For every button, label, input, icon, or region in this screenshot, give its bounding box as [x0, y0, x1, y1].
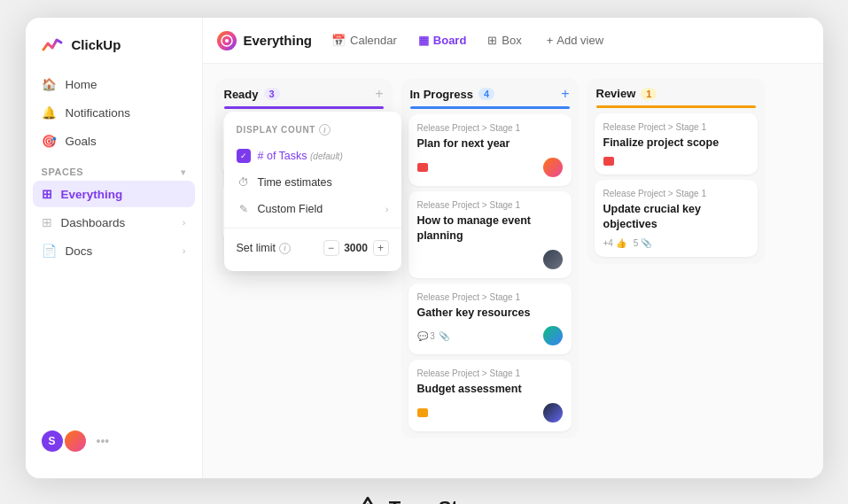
- table-row[interactable]: Release Project > Stage 1 Finalize proje…: [595, 113, 758, 174]
- table-row[interactable]: Release Project > Stage 1 Plan for next …: [408, 114, 572, 186]
- card-title: Plan for next year: [417, 136, 563, 152]
- column-ready-add-btn[interactable]: +: [375, 87, 383, 101]
- card-footer: [603, 157, 749, 166]
- teamstorm-branding: TeamStorm: [354, 494, 494, 504]
- limit-decrease-button[interactable]: −: [323, 240, 339, 256]
- sidebar-item-docs-label: Docs: [66, 244, 93, 258]
- card-footer: 💬 3 📎: [417, 326, 563, 345]
- limit-increase-button[interactable]: +: [373, 240, 389, 256]
- check-icon: ✓: [237, 149, 251, 163]
- sidebar-item-dashboards[interactable]: ⊞ Dashboards ›: [33, 209, 195, 236]
- column-in-progress-add-btn[interactable]: +: [561, 87, 569, 101]
- column-in-progress: In Progress 4 + Release Project > Stage …: [401, 78, 579, 438]
- table-row[interactable]: Release Project > Stage 1 Gather key res…: [408, 283, 572, 355]
- user-avatar-img: [63, 429, 88, 454]
- tab-calendar[interactable]: 📅 Calendar: [323, 28, 406, 52]
- card-avatar: [543, 250, 563, 269]
- main-content: Everything 📅 Calendar ▦ Board ⊞ Box + Ad…: [203, 18, 823, 478]
- column-ready-badge: 3: [264, 88, 280, 100]
- sidebar-item-goals-label: Goals: [66, 135, 97, 148]
- card-title: Gather key resources: [417, 306, 563, 322]
- home-icon: 🏠: [42, 77, 57, 91]
- tab-calendar-label: Calendar: [350, 34, 397, 47]
- svg-rect-0: [40, 32, 65, 57]
- card-likes: +4 👍: [603, 238, 626, 248]
- tab-box[interactable]: ⊞ Box: [478, 28, 530, 52]
- popup-item-custom[interactable]: ✎ Custom Field ›: [224, 196, 401, 222]
- everything-grid-icon: ⊞: [42, 187, 52, 201]
- column-in-progress-badge: 4: [478, 88, 494, 100]
- limit-controls: − 3000 +: [323, 240, 389, 256]
- table-row[interactable]: Release Project > Stage 1 Update crucial…: [595, 180, 758, 257]
- custom-field-icon: ✎: [237, 202, 251, 216]
- card-title: Update crucial key objectives: [603, 202, 749, 233]
- sidebar-item-everything-label: Everything: [61, 188, 123, 201]
- sidebar-item-notifications[interactable]: 🔔 Notifications: [33, 99, 195, 126]
- column-review-title: Review: [596, 87, 636, 100]
- card-footer: [417, 250, 563, 269]
- popup-tasks-label: # of Tasks (default): [258, 150, 389, 162]
- column-ready-title: Ready: [224, 88, 259, 101]
- tab-board[interactable]: ▦ Board: [409, 28, 476, 52]
- sidebar-item-goals[interactable]: 🎯 Goals: [33, 128, 195, 154]
- add-view-button[interactable]: + Add view: [538, 28, 612, 52]
- board-icon: ▦: [418, 34, 429, 47]
- app-logo-text: ClickUp: [72, 37, 121, 52]
- table-row[interactable]: Release Project > Stage 1 How to manage …: [408, 191, 572, 278]
- limit-info-icon[interactable]: i: [279, 243, 291, 254]
- table-row[interactable]: Release Project > Stage 1 Budget assessm…: [408, 360, 572, 431]
- goals-icon: 🎯: [42, 134, 57, 148]
- limit-value: 3000: [343, 242, 370, 254]
- sidebar-user-area: S •••: [26, 418, 202, 464]
- chevron-right-icon: ›: [385, 204, 389, 214]
- sidebar-nav: 🏠 Home 🔔 Notifications 🎯 Goals: [26, 71, 202, 154]
- popup-item-time[interactable]: ⏱ Time estimates: [224, 169, 401, 196]
- card-project: Release Project > Stage 1: [603, 122, 749, 132]
- column-review-cards: Release Project > Stage 1 Finalize proje…: [587, 113, 765, 264]
- header-title-text: Everything: [244, 33, 313, 48]
- sidebar-item-dashboards-label: Dashboards: [61, 216, 126, 229]
- column-in-progress-color-bar: [410, 106, 570, 109]
- sidebar: ClickUp 🏠 Home 🔔 Notifications 🎯 Goals S…: [26, 18, 203, 478]
- display-count-popup: DISPLAY COUNT i ✓ # of Tasks (default) ⏱…: [224, 112, 401, 271]
- card-project: Release Project > Stage 1: [417, 200, 563, 210]
- sidebar-item-home[interactable]: 🏠 Home: [33, 71, 195, 97]
- sidebar-item-docs[interactable]: 📄 Docs ›: [33, 237, 195, 264]
- popup-divider: [224, 228, 401, 229]
- popup-time-label: Time estimates: [258, 176, 389, 189]
- card-comment: 💬 3: [417, 331, 435, 341]
- card-footer: [417, 158, 563, 177]
- card-title: Budget assessment: [417, 382, 563, 398]
- column-ready-wrapper: Ready 3 + Release P... Update agreem...: [215, 78, 393, 275]
- card-footer: +4 👍 5 📎: [603, 238, 749, 248]
- column-review-badge: 1: [641, 88, 657, 100]
- column-in-progress-header: In Progress 4 +: [401, 78, 579, 106]
- column-in-progress-cards: Release Project > Stage 1 Plan for next …: [401, 114, 579, 438]
- docs-chevron-icon: ›: [183, 245, 186, 256]
- sidebar-item-everything[interactable]: ⊞ Everything: [33, 181, 195, 207]
- sidebar-item-home-label: Home: [66, 78, 97, 91]
- time-icon: ⏱: [237, 175, 251, 190]
- popup-item-tasks[interactable]: ✓ # of Tasks (default): [224, 143, 401, 169]
- popup-custom-label: Custom Field: [258, 203, 378, 215]
- column-in-progress-title: In Progress: [410, 88, 474, 101]
- teamstorm-name: TeamStorm: [389, 497, 494, 504]
- user-menu-dots[interactable]: •••: [97, 434, 110, 448]
- box-icon: ⊞: [487, 34, 497, 47]
- card-avatar: [543, 326, 563, 345]
- everything-header-icon: [217, 31, 237, 50]
- column-ready-header: Ready 3 +: [215, 78, 393, 106]
- logo-area: ClickUp: [26, 32, 202, 71]
- plus-icon: +: [547, 34, 554, 47]
- dashboards-chevron-icon: ›: [183, 217, 186, 228]
- card-avatar: [543, 403, 563, 423]
- teamstorm-logo-icon: [354, 494, 382, 504]
- card-footer: [417, 403, 563, 423]
- info-icon[interactable]: i: [319, 124, 331, 136]
- docs-icon: 📄: [42, 244, 57, 258]
- popup-tasks-tag: (default): [310, 151, 343, 161]
- svg-marker-3: [357, 498, 378, 504]
- card-project: Release Project > Stage 1: [417, 292, 563, 302]
- header: Everything 📅 Calendar ▦ Board ⊞ Box + Ad…: [203, 18, 823, 64]
- set-limit-label: Set limit i: [237, 242, 318, 254]
